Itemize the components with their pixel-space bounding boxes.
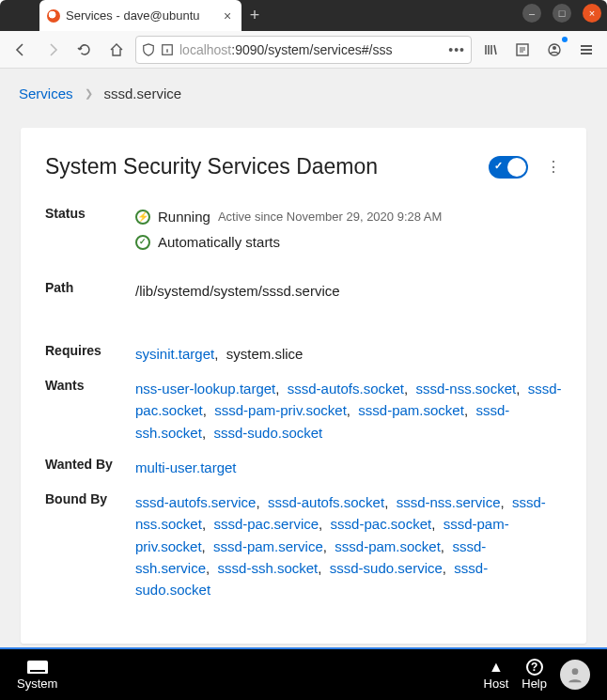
unit-link[interactable]: nss-user-lookup.target xyxy=(135,381,275,397)
breadcrumb-root[interactable]: Services xyxy=(19,86,73,101)
unit-link[interactable]: sssd-nss.service xyxy=(397,494,501,510)
unit-link[interactable]: sssd-sudo.socket xyxy=(213,425,322,441)
running-icon xyxy=(135,210,150,225)
unit-link[interactable]: sysinit.target xyxy=(135,346,214,362)
home-button[interactable] xyxy=(103,37,130,63)
host-nav-button[interactable]: ▲ Host xyxy=(484,659,509,691)
unit-link[interactable]: multi-user.target xyxy=(135,459,237,475)
new-tab-button[interactable]: + xyxy=(241,6,268,25)
library-button[interactable] xyxy=(477,37,504,63)
browser-tab[interactable]: Services - dave@ubuntu × xyxy=(39,0,241,31)
wants-label: Wants xyxy=(45,378,135,393)
browser-toolbar: localhost:9090/system/services#/sss ••• xyxy=(0,31,607,69)
unit-link[interactable]: sssd-pac.socket xyxy=(331,516,432,532)
unit-link[interactable]: sssd-pam.service xyxy=(213,538,323,554)
wanted-by-label: Wanted By xyxy=(45,457,135,472)
help-icon: ? xyxy=(526,659,543,676)
close-window-button[interactable]: × xyxy=(583,4,601,23)
wants-value: nss-user-lookup.target, sssd-autofs.sock… xyxy=(135,378,562,443)
path-value: /lib/systemd/system/sssd.service xyxy=(135,280,562,302)
minimize-button[interactable]: – xyxy=(522,4,541,23)
system-nav-button[interactable]: System xyxy=(17,659,57,691)
window-titlebar: Services - dave@ubuntu × + – □ × xyxy=(0,0,607,31)
status-running: Running xyxy=(158,206,210,227)
menu-button[interactable] xyxy=(573,37,599,63)
unit-link[interactable]: sssd-sudo.service xyxy=(330,560,443,576)
unit-link[interactable]: sssd-autofs.service xyxy=(135,494,256,510)
back-button[interactable] xyxy=(8,37,34,63)
user-icon xyxy=(566,665,584,684)
user-avatar[interactable] xyxy=(560,660,590,690)
requires-value: sysinit.target, system.slice xyxy=(135,343,562,365)
svg-point-3 xyxy=(553,46,556,50)
chevron-right-icon: ❯ xyxy=(85,87,93,100)
page-content: Services ❯ sssd.service System Security … xyxy=(0,69,607,647)
breadcrumb-current: sssd.service xyxy=(104,86,182,101)
account-button[interactable] xyxy=(541,37,568,63)
bound-by-label: Bound By xyxy=(45,491,135,506)
cockpit-bottombar: System ▲ Host ? Help xyxy=(0,647,607,700)
reader-view-button[interactable] xyxy=(509,37,536,63)
help-nav-button[interactable]: ? Help xyxy=(521,659,547,691)
close-tab-icon[interactable]: × xyxy=(221,9,234,23)
path-label: Path xyxy=(45,280,135,295)
unit-link[interactable]: sssd-autofs.socket xyxy=(288,381,404,397)
requires-label: Requires xyxy=(45,343,135,358)
svg-point-4 xyxy=(572,668,579,675)
url-bar[interactable]: localhost:9090/system/services#/sss ••• xyxy=(135,36,472,64)
wanted-by-value: multi-user.target xyxy=(135,457,562,478)
page-info-icon xyxy=(161,43,174,56)
unit-link[interactable]: sssd-ssh.socket xyxy=(218,560,319,576)
url-text: localhost:9090/system/services#/sss xyxy=(179,42,392,57)
unit-link[interactable]: sssd-nss.socket xyxy=(416,381,517,397)
unit-link[interactable]: sssd-pam.socket xyxy=(335,538,441,554)
enabled-icon xyxy=(135,235,150,250)
reload-button[interactable] xyxy=(71,37,98,63)
tab-title: Services - dave@ubuntu xyxy=(66,8,215,23)
status-auto: Automatically starts xyxy=(158,231,280,253)
shield-icon xyxy=(142,43,155,56)
service-card: System Security Services Daemon ⋮ Status… xyxy=(21,128,586,644)
forward-button[interactable] xyxy=(39,37,66,63)
page-title: System Security Services Daemon xyxy=(45,154,472,179)
kebab-menu-icon[interactable]: ⋮ xyxy=(545,158,562,176)
unit-link[interactable]: sssd-pam-priv.socket xyxy=(214,402,347,418)
status-label: Status xyxy=(45,206,135,221)
breadcrumb: Services ❯ sssd.service xyxy=(0,69,607,118)
bound-by-value: sssd-autofs.service, sssd-autofs.socket,… xyxy=(135,491,562,600)
unit-link[interactable]: sssd-pac.service xyxy=(213,516,319,532)
unit-link[interactable]: sssd-autofs.socket xyxy=(268,494,384,510)
unit-link[interactable]: sssd-pam.socket xyxy=(358,402,464,418)
page-actions-icon[interactable]: ••• xyxy=(448,42,465,57)
chevron-up-icon: ▲ xyxy=(489,659,504,676)
tab-favicon xyxy=(47,9,60,23)
status-since: Active since November 29, 2020 9:28 AM xyxy=(218,208,442,226)
maximize-button[interactable]: □ xyxy=(553,4,571,23)
service-toggle[interactable] xyxy=(489,156,528,179)
disk-icon xyxy=(27,661,48,674)
